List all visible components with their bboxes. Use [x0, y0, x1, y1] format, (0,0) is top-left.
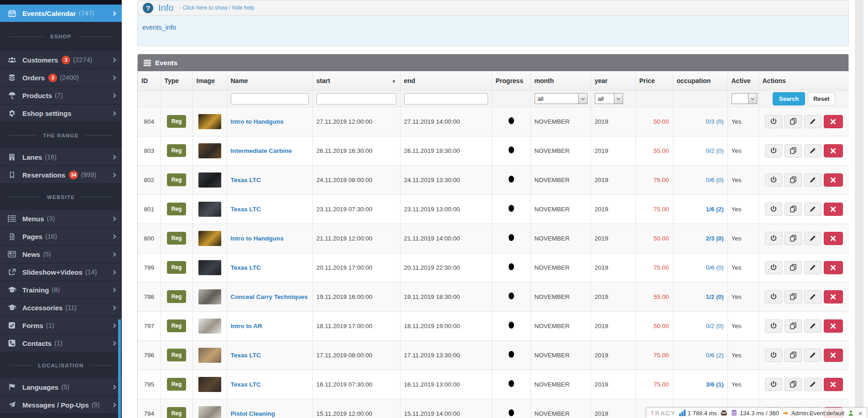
- power-toggle-button[interactable]: [765, 203, 782, 216]
- event-name-link[interactable]: Intro to Handguns: [231, 118, 284, 125]
- user-icon[interactable]: [847, 410, 854, 417]
- column-header-name[interactable]: Name: [227, 71, 312, 90]
- occupation-link[interactable]: 0/6 (0): [706, 177, 723, 183]
- edit-button[interactable]: [804, 203, 821, 216]
- sidebar-item-news[interactable]: News(5): [0, 246, 122, 263]
- duplicate-button[interactable]: [785, 232, 802, 245]
- occupation-link[interactable]: 0/2 (0): [706, 323, 723, 329]
- sidebar-item-lanes[interactable]: Lanes(16): [0, 148, 122, 166]
- delete-button[interactable]: [824, 203, 843, 216]
- power-toggle-button[interactable]: [765, 349, 782, 362]
- power-toggle-button[interactable]: [765, 144, 782, 157]
- start-filter-input[interactable]: [317, 93, 396, 104]
- power-toggle-button[interactable]: [765, 378, 782, 391]
- power-toggle-button[interactable]: [765, 319, 782, 333]
- sidebar-item-customers[interactable]: Customers3(2274): [0, 51, 122, 69]
- sidebar-item-slideshow-videos[interactable]: Slideshow+Videos(14): [0, 263, 122, 281]
- event-name-link[interactable]: Intro to Handguns: [231, 235, 284, 242]
- occupation-link[interactable]: 0/6 (0): [706, 264, 723, 271]
- active-filter-select[interactable]: [732, 93, 757, 104]
- delete-button[interactable]: [824, 144, 843, 157]
- event-name-link[interactable]: Intermediate Carbine: [231, 147, 292, 154]
- duplicate-button[interactable]: [785, 378, 802, 391]
- duplicate-button[interactable]: [785, 115, 802, 128]
- edit-button[interactable]: [804, 173, 821, 187]
- search-button[interactable]: Search: [773, 92, 805, 105]
- event-name-link[interactable]: Conceal Carry Techniques: [231, 293, 308, 300]
- sidebar-item-contacts[interactable]: Contacts(1): [0, 334, 122, 352]
- page-scrollbar[interactable]: [855, 0, 863, 418]
- tracy-time-panel[interactable]: 1 788.4 ms: [679, 410, 717, 417]
- duplicate-button[interactable]: [785, 261, 802, 274]
- event-name-link[interactable]: Intro to AR: [231, 323, 262, 329]
- sidebar-item-events-calendar[interactable]: Events/Calendar (747): [0, 5, 122, 22]
- tracy-database-panel[interactable]: 134.3 ms / 360: [731, 409, 779, 417]
- sidebar-scrollbar-thumb[interactable]: [118, 319, 121, 418]
- sidebar-item-products[interactable]: Products(7): [0, 87, 122, 104]
- duplicate-button[interactable]: [785, 319, 802, 333]
- tracy-close-button[interactable]: ×: [858, 409, 863, 417]
- delete-button[interactable]: [824, 349, 843, 362]
- occupation-link[interactable]: 1/6 (2): [706, 206, 723, 213]
- edit-button[interactable]: [804, 319, 821, 333]
- occupation-link[interactable]: 2/3 (0): [706, 235, 723, 242]
- sidebar-item-menus[interactable]: Menus(3): [0, 210, 122, 228]
- reset-button[interactable]: Reset: [808, 92, 835, 105]
- edit-button[interactable]: [804, 290, 821, 303]
- sidebar-item-training[interactable]: Training(8): [0, 281, 122, 299]
- sidebar-item-orders[interactable]: Orders3(2400): [0, 69, 122, 87]
- event-name-link[interactable]: Texas LTC: [231, 206, 261, 213]
- occupation-link[interactable]: 0/6 (2): [706, 352, 723, 359]
- event-name-link[interactable]: Pistol Cleaning: [231, 410, 275, 417]
- delete-button[interactable]: [824, 232, 843, 245]
- tracy-logo[interactable]: TRACY: [650, 410, 676, 417]
- delete-button[interactable]: [824, 261, 843, 274]
- sidebar-item-reservations[interactable]: Reservations34(999): [0, 166, 122, 184]
- occupation-link[interactable]: 0/2 (0): [706, 147, 723, 154]
- column-header-price[interactable]: Price: [635, 71, 673, 90]
- delete-button[interactable]: [824, 319, 843, 333]
- event-name-link[interactable]: Texas LTC: [231, 352, 261, 359]
- event-name-link[interactable]: Texas LTC: [231, 177, 261, 183]
- sidebar-item-pages[interactable]: Pages(16): [0, 228, 122, 246]
- column-header-start[interactable]: start▼: [312, 71, 400, 90]
- duplicate-button[interactable]: [785, 290, 802, 303]
- duplicate-button[interactable]: [785, 349, 802, 362]
- delete-button[interactable]: [824, 115, 843, 128]
- tracy-dump-panel[interactable]: [720, 409, 728, 417]
- sidebar-item-forms[interactable]: Forms(1): [0, 317, 122, 334]
- edit-button[interactable]: [804, 378, 821, 391]
- sidebar-item-messages-pop-ups[interactable]: Messages / Pop-Ups(9): [0, 396, 122, 414]
- edit-button[interactable]: [804, 349, 821, 362]
- delete-button[interactable]: [824, 290, 843, 303]
- power-toggle-button[interactable]: [765, 290, 782, 303]
- delete-button[interactable]: [824, 378, 843, 391]
- sidebar-item-accessories[interactable]: Accessories(11): [0, 299, 122, 317]
- column-header-end[interactable]: end: [400, 71, 492, 90]
- power-toggle-button[interactable]: [765, 232, 782, 245]
- sidebar-item-languages[interactable]: Languages(5): [0, 378, 122, 396]
- duplicate-button[interactable]: [785, 203, 802, 216]
- month-filter-select[interactable]: all: [535, 93, 587, 104]
- edit-button[interactable]: [804, 232, 821, 245]
- name-filter-input[interactable]: [231, 93, 309, 104]
- event-name-link[interactable]: Texas LTC: [231, 264, 261, 271]
- power-toggle-button[interactable]: [765, 173, 782, 187]
- info-panel-header[interactable]: ? Info - Click here to show / hide help: [138, 0, 848, 16]
- duplicate-button[interactable]: [785, 173, 802, 187]
- occupation-link[interactable]: 3/6 (1): [706, 381, 723, 388]
- event-name-link[interactable]: Texas LTC: [231, 381, 261, 388]
- edit-button[interactable]: [804, 115, 821, 128]
- year-filter-select[interactable]: all: [595, 93, 623, 104]
- power-toggle-button[interactable]: [765, 115, 782, 128]
- events-info-link[interactable]: events_info: [142, 24, 176, 31]
- edit-button[interactable]: [804, 261, 821, 274]
- power-toggle-button[interactable]: [765, 261, 782, 274]
- sidebar-item-eshop-settings[interactable]: Eshop settings: [0, 104, 122, 122]
- occupation-link[interactable]: 1/2 (0): [706, 293, 723, 300]
- occupation-link[interactable]: 0/3 (0): [706, 118, 723, 125]
- end-filter-input[interactable]: [404, 93, 488, 104]
- delete-button[interactable]: [824, 173, 843, 187]
- tracy-route-panel[interactable]: Admin:Event:default: [782, 410, 844, 417]
- duplicate-button[interactable]: [785, 144, 802, 157]
